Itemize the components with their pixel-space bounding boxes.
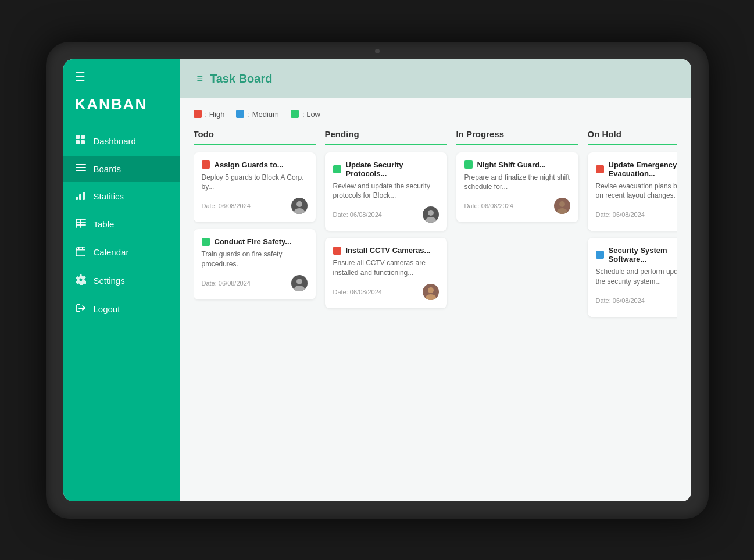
svg-rect-1 bbox=[81, 135, 85, 139]
svg-point-27 bbox=[428, 287, 434, 293]
legend-low-label: : Low bbox=[302, 110, 320, 119]
task-card-pending-2[interactable]: Install CCTV Cameras... Ensure all CCTV … bbox=[325, 238, 447, 308]
sidebar-nav: Dashboard Boards bbox=[63, 127, 180, 323]
sidebar-item-calendar-label: Calendar bbox=[94, 247, 129, 257]
task-avatar bbox=[554, 198, 570, 214]
task-footer: Date: 06/08/2024 bbox=[202, 275, 308, 291]
task-avatar bbox=[291, 275, 308, 291]
column-pending: Pending Update Security Protocols... Rev… bbox=[325, 129, 447, 486]
svg-rect-2 bbox=[76, 140, 80, 144]
svg-point-29 bbox=[559, 201, 565, 207]
task-title-row: Install CCTV Cameras... bbox=[333, 246, 439, 255]
column-pending-header: Pending bbox=[325, 129, 447, 145]
priority-badge-low bbox=[333, 165, 341, 173]
task-title: Assign Guards to... bbox=[215, 160, 284, 169]
task-date: Date: 06/08/2024 bbox=[464, 202, 513, 209]
sidebar-item-table[interactable]: Table bbox=[63, 211, 180, 238]
svg-rect-16 bbox=[76, 248, 85, 256]
task-title: Night Shift Guard... bbox=[477, 160, 546, 169]
task-card-onhold-2[interactable]: Security System Software... Schedule and… bbox=[588, 238, 677, 317]
column-inprogress-header: In Progress bbox=[456, 129, 578, 145]
logout-icon bbox=[75, 304, 87, 315]
column-onhold: On Hold Update Emergency Evacuation... R… bbox=[588, 129, 677, 486]
svg-point-30 bbox=[557, 208, 567, 214]
legend-medium-label: : Medium bbox=[248, 110, 278, 119]
legend-medium: : Medium bbox=[236, 110, 278, 119]
sidebar-item-boards[interactable]: Boards bbox=[63, 156, 180, 182]
svg-point-23 bbox=[296, 279, 302, 284]
task-desc: Deploy 5 guards to Block A Corp. by... bbox=[202, 173, 308, 192]
task-footer: Date: 06/08/2024 bbox=[333, 284, 439, 300]
legend-high-label: : High bbox=[205, 110, 225, 119]
task-card-inprogress-1[interactable]: Night Shift Guard... Prepare and finaliz… bbox=[456, 152, 578, 223]
main-content: ≡ Task Board : High : Medium bbox=[180, 59, 691, 501]
task-footer: Date: 06/08/2024 bbox=[333, 206, 439, 223]
priority-badge-low bbox=[202, 238, 210, 246]
svg-rect-6 bbox=[76, 170, 86, 171]
svg-point-26 bbox=[426, 217, 436, 223]
task-title-row: Security System Software... bbox=[596, 246, 677, 263]
svg-rect-0 bbox=[76, 135, 80, 139]
task-desc: Ensure all CCTV cameras are installed an… bbox=[333, 258, 439, 278]
legend-medium-dot bbox=[236, 110, 244, 118]
app-logo: KANBAN bbox=[63, 90, 180, 127]
task-date: Date: 06/08/2024 bbox=[202, 280, 251, 287]
page-header: ≡ Task Board bbox=[180, 59, 691, 98]
svg-rect-10 bbox=[83, 192, 85, 200]
board-area: : High : Medium : Low Todo bbox=[180, 98, 691, 501]
svg-rect-18 bbox=[78, 247, 80, 249]
svg-rect-14 bbox=[76, 219, 77, 228]
svg-rect-15 bbox=[80, 219, 81, 228]
priority-legend: : High : Medium : Low bbox=[194, 110, 677, 119]
sidebar-item-settings[interactable]: Settings bbox=[63, 267, 180, 295]
priority-badge-medium bbox=[596, 251, 604, 259]
task-footer: Date: 06/08/2024 bbox=[202, 198, 308, 214]
column-todo: Todo Assign Guards to... Deploy 5 guards… bbox=[194, 129, 316, 486]
task-title: Update Security Protocols... bbox=[346, 160, 439, 178]
task-desc: Schedule and perform updates on the secu… bbox=[596, 267, 677, 287]
sidebar-item-boards-label: Boards bbox=[94, 164, 122, 174]
hamburger-icon[interactable]: ☰ bbox=[63, 59, 180, 90]
sidebar-item-logout[interactable]: Logout bbox=[63, 296, 180, 323]
svg-point-25 bbox=[428, 210, 434, 216]
task-card-onhold-1[interactable]: Update Emergency Evacuation... Revise ev… bbox=[588, 152, 677, 231]
task-card-todo-1[interactable]: Assign Guards to... Deploy 5 guards to B… bbox=[194, 152, 316, 223]
task-card-todo-2[interactable]: Conduct Fire Safety... Train guards on f… bbox=[194, 229, 316, 299]
task-title-row: Update Security Protocols... bbox=[333, 160, 439, 178]
task-date: Date: 06/08/2024 bbox=[202, 202, 251, 209]
svg-rect-8 bbox=[76, 197, 78, 200]
svg-rect-7 bbox=[77, 164, 79, 165]
task-footer: Date: 06/08/2024 bbox=[464, 198, 570, 214]
column-todo-header: Todo bbox=[194, 129, 316, 145]
task-footer: Date: 06/08/2024 bbox=[596, 293, 677, 309]
svg-rect-3 bbox=[81, 140, 85, 144]
column-onhold-header: On Hold bbox=[588, 129, 677, 145]
sidebar-item-dashboard[interactable]: Dashboard bbox=[63, 127, 180, 155]
svg-point-28 bbox=[426, 294, 436, 300]
task-card-pending-1[interactable]: Update Security Protocols... Review and … bbox=[325, 152, 447, 231]
sidebar-item-dashboard-label: Dashboard bbox=[94, 136, 136, 146]
table-icon bbox=[75, 219, 87, 230]
boards-icon bbox=[75, 164, 87, 174]
tablet-screen: ☰ KANBAN Dashboard bbox=[63, 59, 691, 501]
task-date: Date: 06/08/2024 bbox=[596, 211, 645, 218]
task-avatar bbox=[291, 198, 308, 214]
dashboard-icon bbox=[75, 135, 87, 148]
task-title-row: Conduct Fire Safety... bbox=[202, 237, 308, 246]
task-title-row: Assign Guards to... bbox=[202, 160, 308, 169]
task-title: Security System Software... bbox=[609, 246, 677, 263]
task-avatar bbox=[423, 206, 439, 223]
statistics-icon bbox=[75, 191, 87, 202]
sidebar-item-table-label: Table bbox=[94, 219, 115, 229]
page-title: Task Board bbox=[210, 72, 272, 85]
svg-rect-17 bbox=[76, 249, 85, 251]
priority-badge-high bbox=[596, 165, 604, 173]
priority-badge-high bbox=[202, 160, 210, 169]
tablet-frame: ☰ KANBAN Dashboard bbox=[46, 42, 709, 519]
task-desc: Revise evacuation plans based on recent … bbox=[596, 181, 677, 201]
legend-low-dot bbox=[291, 110, 299, 118]
column-inprogress: In Progress Night Shift Guard... Prepare… bbox=[456, 129, 578, 486]
legend-high-dot bbox=[194, 110, 202, 118]
sidebar-item-statistics[interactable]: Statitics bbox=[63, 183, 180, 210]
sidebar-item-calendar[interactable]: Calendar bbox=[63, 239, 180, 266]
